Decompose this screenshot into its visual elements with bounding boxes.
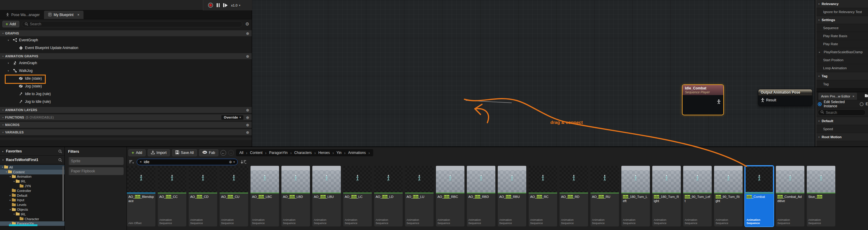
expander-icon[interactable]: ▾	[9, 208, 12, 211]
debug-filter-icon[interactable]	[865, 93, 868, 99]
asset-card-ao_idle_lbu[interactable]: AO_Idle_LBUAnimation Sequence	[312, 166, 341, 226]
expander-icon[interactable]: ▾	[5, 171, 8, 173]
asset-card-idle_90_turn_left[interactable]: Idle_90_Turn_LeftAnimation Sequence	[683, 166, 712, 226]
graph-item-eventgraph[interactable]: ▾EventGraph	[0, 36, 252, 44]
animation-graph-canvas[interactable]: Idle_Combat Sequence Player Output Anima…	[252, 0, 815, 146]
record-button[interactable]	[208, 3, 213, 8]
asset-card-ao_idle_ru[interactable]: AO_Idle_RUAnimation Sequence	[590, 166, 619, 226]
close-icon[interactable]: ×	[77, 13, 79, 17]
asset-card-idle_combat[interactable]: Idle_CombatAnimation Sequence	[745, 166, 774, 226]
section-header-functions[interactable]: ▾FUNCTIONS(5 OVERRIDABLE)Override▾⊕	[0, 114, 252, 120]
cb-save-all-button[interactable]: Save All	[172, 149, 197, 156]
cb-fab-button[interactable]: fabFab	[199, 149, 218, 156]
tree-item-all[interactable]: ▾All	[0, 165, 64, 170]
graph-item-idle-to-jog-rule-[interactable]: Idle to Jog (rule)	[0, 90, 252, 98]
breadcrumb-item-paragonyin[interactable]: ParagonYin	[269, 151, 288, 155]
asset-card-ao_idle_rbc[interactable]: AO_Idle_RBCAnimation Sequence	[436, 166, 464, 226]
asset-card-ao_idle_blendspace[interactable]: AO_Idle_BlendspaceAim Offset	[127, 166, 155, 226]
asset-card-ao_idle_rbu[interactable]: AO_Idle_RBUAnimation Sequence	[498, 166, 526, 226]
graph-item-animgraph[interactable]: ▾AnimGraph	[0, 59, 252, 67]
asset-card-ao_idle_rd[interactable]: AO_Idle_RDAnimation Sequence	[560, 166, 588, 226]
expander-icon[interactable]: ▾	[12, 180, 16, 183]
expander-icon[interactable]: ▾	[8, 62, 11, 64]
result-input-pin[interactable]: Result	[761, 98, 776, 102]
clear-search-icon[interactable]: ×	[140, 160, 142, 164]
expander-icon[interactable]: ▸	[9, 194, 12, 197]
save-search-icon[interactable]: ⊕	[229, 160, 232, 164]
breadcrumb-item-content[interactable]: Content	[250, 151, 262, 155]
section-header-macros[interactable]: ▾MACROS⊕	[0, 122, 252, 128]
add-icon[interactable]: ⊕	[246, 123, 249, 127]
filter-chip-sprite[interactable]: Sprite	[68, 157, 124, 165]
favorites-header[interactable]: ▸ Favorites	[0, 147, 64, 156]
blueprint-search-input[interactable]: Search	[22, 21, 243, 27]
graph-item-event-blueprint-update-animation[interactable]: Event Blueprint Update Animation	[0, 44, 252, 52]
tree-item-controller[interactable]: Controller	[0, 188, 64, 193]
asset-card-ao_idle_cd[interactable]: AO_Idle_CDAnimation Sequence	[189, 166, 217, 226]
edit-selected-instance-radio[interactable]	[818, 102, 822, 106]
details-row-start-position[interactable]: Start Position	[815, 56, 868, 64]
project-header[interactable]: ▾ RaceToWorldFirst1	[0, 156, 64, 164]
details-row-ignore-for-relevancy-test[interactable]: Ignore for Relevancy Test	[815, 8, 868, 16]
asset-card-ao_idle_rbd[interactable]: AO_Idle_RBDAnimation Sequence	[467, 166, 495, 226]
asset-card-ao_idle_cc[interactable]: AO_Idle_CCAnimation Sequence	[158, 166, 186, 226]
tree-item-animation[interactable]: ▾Animation	[0, 174, 64, 179]
tab-pose-watch-manager[interactable]: Pose Wa...anager	[2, 11, 44, 19]
details-row-play-rate[interactable]: Play Rate	[815, 40, 868, 48]
search-icon[interactable]	[58, 150, 62, 153]
second-radio[interactable]	[860, 102, 864, 106]
tab-my-blueprint[interactable]: My Blueprint×	[44, 11, 84, 19]
asset-card-ao_idle_lu[interactable]: AO_Idle_LUAnimation Sequence	[405, 166, 434, 226]
expander-icon[interactable]: ▾	[12, 213, 16, 216]
forward-button[interactable]: →	[228, 150, 234, 156]
asset-card-ao_idle_rc[interactable]: AO_Idle_RCAnimation Sequence	[529, 166, 557, 226]
section-header-animation-layers[interactable]: ▾ANIMATION LAYERS⊕	[0, 107, 252, 113]
preview-search-input[interactable]: Search	[818, 109, 866, 116]
details-header-tag[interactable]: ▾Tag	[815, 72, 868, 80]
breadcrumb-item-animations[interactable]: Animations	[348, 151, 366, 155]
search-icon[interactable]	[58, 158, 62, 162]
breadcrumb-item-heroes[interactable]: Heroes	[318, 151, 330, 155]
tree-scrollbar[interactable]	[62, 166, 64, 221]
details-row-tag[interactable]: Tag	[815, 80, 868, 88]
tree-item-input[interactable]: ▸Input	[0, 198, 64, 203]
filter-chip-paper-flipbook[interactable]: Paper Flipbook	[68, 167, 124, 175]
asset-search-input[interactable]: × idle ⊕ ▾	[137, 159, 238, 165]
expander-icon[interactable]: ▾	[8, 69, 11, 72]
tree-item-irl[interactable]: ▾IRL	[0, 179, 64, 184]
gear-icon[interactable]: ⚙	[245, 22, 249, 27]
pose-output-pin[interactable]	[717, 99, 721, 104]
playback-speed-dropdown[interactable]: x1.0 ▾	[231, 4, 240, 7]
step-forward-button[interactable]	[223, 3, 228, 7]
tree-item-irl[interactable]: ▾IRL	[0, 212, 64, 217]
graph-item-jog-to-idle-rule-[interactable]: Jog to Idle (rule)	[0, 98, 252, 105]
preview-header-root-motion[interactable]: ▾Root Motion	[815, 133, 868, 141]
tree-item-jyn[interactable]: JYN	[0, 184, 64, 188]
add-button[interactable]: + Add	[2, 21, 19, 27]
add-icon[interactable]: ⊕	[246, 54, 249, 59]
sequence-player-node[interactable]: Idle_Combat Sequence Player	[682, 85, 724, 115]
graph-item-jog-state-[interactable]: Jog (state)	[0, 82, 252, 90]
expander-icon[interactable]: ▸	[9, 199, 12, 201]
breadcrumb-item-all[interactable]: All	[240, 151, 243, 155]
add-icon[interactable]: ⊕	[246, 31, 249, 36]
asset-card-stun_idle[interactable]: Stun_IdleAnimation Sequence	[807, 166, 835, 226]
details-header-relevancy[interactable]: ▾Relevancy	[815, 0, 868, 8]
close-icon[interactable]: ×	[852, 95, 854, 98]
details-row-play-rate-basis[interactable]: Play Rate Basis	[815, 32, 868, 40]
asset-card-ao_idle_cu[interactable]: AO_Idle_CUAnimation Sequence	[220, 166, 248, 226]
expander-icon[interactable]: ▾	[8, 39, 11, 42]
add-icon[interactable]: ⊕	[246, 115, 249, 120]
asset-card-idle_combat_additive[interactable]: Idle_Combat_AdditiveAnimation Sequence	[776, 166, 804, 226]
asset-card-idle_90_turn_right[interactable]: Idle_90_Turn_RightAnimation Sequence	[714, 166, 743, 226]
preview-row-speed[interactable]: Speed	[815, 125, 868, 133]
asset-card-idle_180_turn_left[interactable]: Idle_180_Turn_LeftAnimation Sequence	[621, 166, 650, 226]
details-header-settings[interactable]: ▾Settings	[815, 16, 868, 24]
asset-card-ao_idle_ld[interactable]: AO_Idle_LDAnimation Sequence	[374, 166, 403, 226]
tree-item-character[interactable]: Character	[0, 217, 64, 221]
graph-item-walkjog[interactable]: ▾WalkJog	[0, 67, 252, 74]
tree-item-default[interactable]: ▸Default	[0, 193, 64, 198]
section-header-graphs[interactable]: ▾GRAPHS⊕	[0, 30, 252, 36]
tree-item-levels[interactable]: Levels	[0, 202, 64, 207]
graph-item-idle-state-[interactable]: Idle (state)	[0, 74, 252, 82]
